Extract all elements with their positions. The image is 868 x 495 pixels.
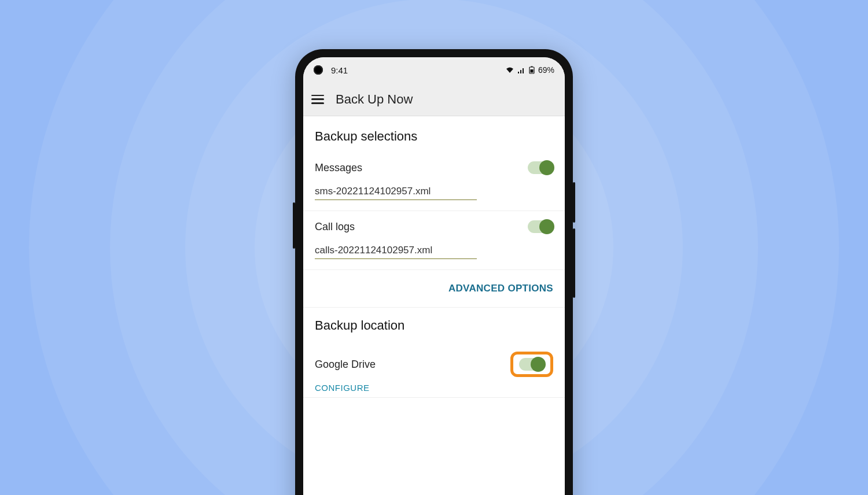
highlight-box bbox=[510, 352, 553, 377]
messages-toggle[interactable] bbox=[528, 161, 553, 174]
svg-rect-2 bbox=[530, 69, 533, 73]
wifi-icon bbox=[506, 67, 514, 73]
row-call-logs: Call logs bbox=[303, 211, 565, 270]
call-logs-label: Call logs bbox=[315, 221, 355, 233]
camera-hole-icon bbox=[314, 65, 323, 75]
page-title: Back Up Now bbox=[336, 92, 413, 107]
menu-icon[interactable] bbox=[311, 95, 324, 104]
row-messages: Messages bbox=[303, 152, 565, 211]
battery-icon bbox=[529, 66, 535, 74]
google-drive-label: Google Drive bbox=[315, 359, 376, 371]
status-battery-percent: 69% bbox=[538, 65, 554, 75]
section-title-selections: Backup selections bbox=[303, 116, 565, 152]
phone-screen: 9:41 69% Back Up Now Backup selections M… bbox=[303, 57, 565, 495]
signal-icon bbox=[517, 67, 525, 73]
messages-label: Messages bbox=[315, 162, 362, 174]
section-title-location: Backup location bbox=[303, 308, 565, 341]
status-time: 9:41 bbox=[331, 65, 348, 75]
status-bar: 9:41 69% bbox=[303, 57, 565, 83]
phone-frame: 9:41 69% Back Up Now Backup selections M… bbox=[295, 49, 573, 495]
configure-link[interactable]: CONFIGURE bbox=[315, 383, 553, 393]
call-logs-filename-input[interactable] bbox=[315, 243, 477, 259]
messages-filename-input[interactable] bbox=[315, 184, 477, 200]
row-google-drive: Google Drive CONFIGURE bbox=[303, 341, 565, 398]
app-bar: Back Up Now bbox=[303, 83, 565, 116]
google-drive-toggle[interactable] bbox=[519, 358, 545, 371]
svg-rect-1 bbox=[531, 67, 532, 68]
call-logs-toggle[interactable] bbox=[528, 220, 553, 233]
advanced-options-link[interactable]: ADVANCED OPTIONS bbox=[448, 283, 553, 294]
